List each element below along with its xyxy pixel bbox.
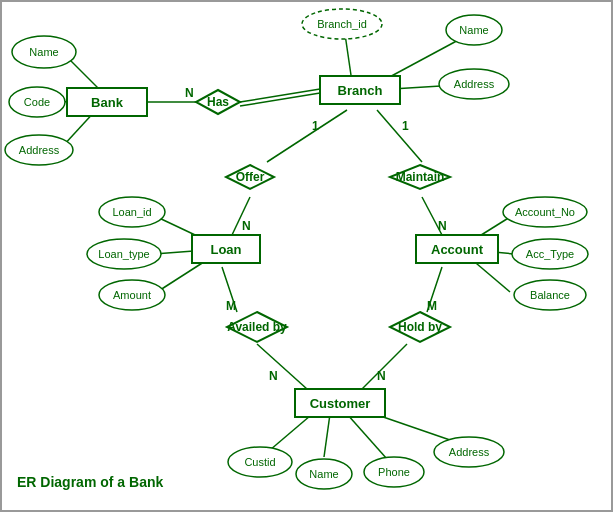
svg-line-25 — [347, 414, 387, 459]
svg-text:Branch: Branch — [338, 83, 383, 98]
svg-text:1: 1 — [312, 119, 319, 133]
svg-text:Phone: Phone — [378, 466, 410, 478]
svg-text:M: M — [226, 299, 236, 313]
entity-bank: Bank — [67, 88, 147, 116]
svg-text:Account_No: Account_No — [515, 206, 575, 218]
entity-customer: Customer — [295, 389, 385, 417]
svg-text:Name: Name — [309, 468, 338, 480]
relationship-availed-by: Availed by — [227, 312, 287, 342]
svg-text:M: M — [427, 299, 437, 313]
attr-balance: Balance — [514, 280, 586, 310]
svg-text:Loan: Loan — [210, 242, 241, 257]
svg-text:Bank: Bank — [91, 95, 124, 110]
svg-text:Address: Address — [454, 78, 495, 90]
svg-text:1: 1 — [402, 119, 409, 133]
entity-branch: Branch — [320, 76, 400, 104]
attr-bank-address: Address — [5, 135, 73, 165]
attr-customer-name: Name — [296, 459, 352, 489]
svg-text:Customer: Customer — [310, 396, 371, 411]
svg-text:Code: Code — [24, 96, 50, 108]
attr-customer-address: Address — [434, 437, 504, 467]
svg-text:Account: Account — [431, 242, 484, 257]
attr-custid: Custid — [228, 447, 292, 477]
svg-line-14 — [345, 34, 352, 82]
relationship-has: Has — [196, 90, 240, 114]
svg-text:N: N — [438, 219, 447, 233]
entity-loan: Loan — [192, 235, 260, 263]
attr-bank-code: Code — [9, 87, 65, 117]
svg-text:Custid: Custid — [244, 456, 275, 468]
attr-loan-id: Loan_id — [99, 197, 165, 227]
attr-phone: Phone — [364, 457, 424, 487]
svg-text:Availed by: Availed by — [227, 320, 287, 334]
svg-line-11 — [67, 57, 102, 92]
svg-text:Maintain: Maintain — [396, 170, 445, 184]
svg-text:Has: Has — [207, 95, 229, 109]
svg-text:Acc_Type: Acc_Type — [526, 248, 574, 260]
attr-account-no: Account_No — [503, 197, 587, 227]
attr-branch-address: Address — [439, 69, 509, 99]
svg-text:Offer: Offer — [236, 170, 265, 184]
er-diagram-svg: .er-line { stroke: #006600; stroke-width… — [2, 2, 611, 510]
svg-text:Loan_type: Loan_type — [98, 248, 149, 260]
svg-text:Branch_id: Branch_id — [317, 18, 367, 30]
relationship-offer: Offer — [226, 165, 274, 189]
diagram-container: .er-line { stroke: #006600; stroke-width… — [0, 0, 613, 512]
svg-text:Name: Name — [459, 24, 488, 36]
diagram-label: ER Diagram of a Bank — [17, 474, 163, 490]
svg-text:Balance: Balance — [530, 289, 570, 301]
relationship-hold-by: Hold by — [390, 312, 450, 342]
svg-line-9 — [257, 344, 307, 389]
svg-text:Name: Name — [29, 46, 58, 58]
attr-bank-name: Name — [12, 36, 76, 68]
attr-acc-type: Acc_Type — [512, 239, 588, 269]
attr-loan-type: Loan_type — [87, 239, 161, 269]
svg-text:Address: Address — [449, 446, 490, 458]
attr-amount: Amount — [99, 280, 165, 310]
svg-text:Hold by: Hold by — [398, 320, 442, 334]
svg-text:Amount: Amount — [113, 289, 151, 301]
svg-text:N: N — [269, 369, 278, 383]
svg-text:N: N — [185, 86, 194, 100]
svg-text:Address: Address — [19, 144, 60, 156]
svg-text:N: N — [377, 369, 386, 383]
attr-branch-id: Branch_id — [302, 9, 382, 39]
svg-text:Loan_id: Loan_id — [112, 206, 151, 218]
svg-text:N: N — [242, 219, 251, 233]
svg-line-3 — [267, 110, 347, 162]
attr-branch-name: Name — [446, 15, 502, 45]
svg-line-4 — [377, 110, 422, 162]
relationship-maintain: Maintain — [390, 165, 450, 189]
entity-account: Account — [416, 235, 498, 263]
svg-line-24 — [324, 414, 330, 457]
